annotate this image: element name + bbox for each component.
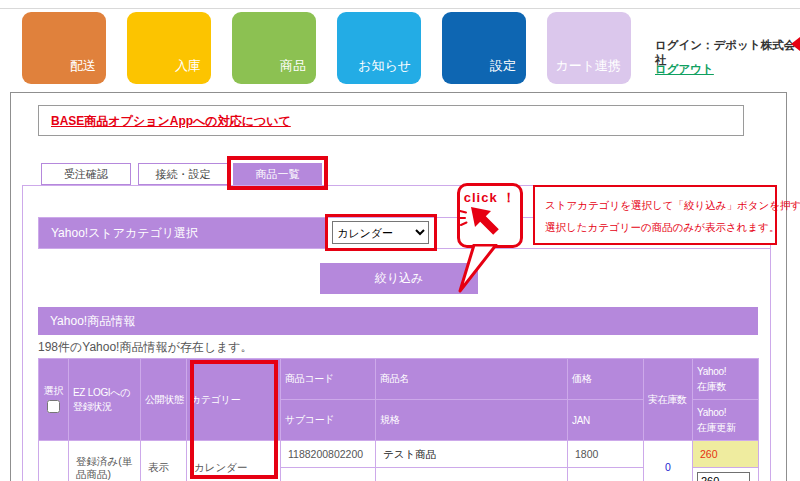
header-divider [0, 8, 800, 9]
yahoo-stock-update-input[interactable] [697, 472, 750, 481]
products-count-text: 198件のYahoo!商品情報が存在します。 [38, 339, 253, 356]
header-ez-logi: EZ LOGIへの登録状況 [69, 359, 141, 441]
select-all-checkbox[interactable] [47, 400, 60, 413]
nav-tile-nyuko[interactable]: 入庫 [127, 12, 211, 84]
logout-link[interactable]: ログアウト [655, 62, 714, 77]
category-filter-label: Yahoo!ストアカテゴリ選択 [39, 218, 326, 248]
nav-tile-shouhin[interactable]: 商品 [232, 12, 316, 84]
instruction-line-2: 選択したカテゴリーの商品のみが表示されます。 [545, 216, 765, 238]
header-yahoo-update: Yahoo! 在庫更新 [693, 400, 759, 441]
instruction-note-box: ストアカテゴリを選択して「絞り込み」ボタンを押すと 選択したカテゴリーの商品のみ… [533, 185, 777, 245]
header-product-name: 商品名 [376, 359, 568, 400]
nav-tile-oshirase[interactable]: お知らせ [337, 12, 421, 84]
cursor-arrow-icon [458, 199, 502, 245]
instruction-line-1: ストアカテゴリを選択して「絞り込み」ボタンを押すと [545, 194, 765, 216]
tab-highlight-box [227, 156, 328, 190]
cell-yahoo-stock: 260 [693, 441, 759, 468]
header-yahoo-stock: Yahoo! 在庫数 [693, 359, 759, 400]
table-row: 登録済み(単品商品) 表示 カレンダー 1188200802200 テスト商品 … [39, 441, 759, 468]
cell-sub-code: - [281, 468, 376, 481]
nav-tile-cart-renkei[interactable]: カート連携 [547, 12, 631, 84]
header-real-stock: 実在庫数 [644, 359, 693, 441]
cell-yahoo-update [693, 468, 759, 481]
header-price: 価格 [568, 359, 644, 400]
cell-registration: 登録済み(単品商品) [69, 441, 141, 481]
notice-box: BASE商品オプションAppへの対応について [38, 105, 744, 136]
nav-tile-settei[interactable]: 設定 [442, 12, 526, 84]
main-nav: 配送 入庫 商品 お知らせ 設定 カート連携 [22, 12, 631, 84]
base-option-notice-link[interactable]: BASE商品オプションAppへの対応について [51, 113, 291, 130]
cell-price: 1800 [568, 441, 644, 468]
table-header-row-1: 選択 EZ LOGIへの登録状況 公開状態 カテゴリー 商品コード 商品名 価格… [39, 359, 759, 400]
cell-publish: 表示 [141, 441, 187, 481]
header-product-code: 商品コード [281, 359, 376, 400]
products-section-title: Yahoo!商品情報 [38, 307, 758, 335]
tab-connect-config[interactable]: 接続・設定 [138, 163, 228, 185]
category-column-highlight-box [190, 360, 278, 479]
header-spec: 規格 [376, 400, 568, 441]
nav-tile-haisou[interactable]: 配送 [22, 12, 106, 84]
header-select: 選択 [39, 359, 69, 441]
select-highlight-box [325, 214, 437, 251]
cell-select [39, 441, 69, 481]
cell-spec: - [376, 468, 568, 481]
header-select-label: 選択 [43, 384, 64, 398]
cell-product-code: 1188200802200 [281, 441, 376, 468]
header-jan: JAN [568, 400, 644, 441]
cell-product-name: テスト商品 [376, 441, 568, 468]
edge-arrow-icon [791, 37, 800, 51]
real-stock-link[interactable]: 0 [665, 461, 671, 473]
tab-order-check[interactable]: 受注確認 [41, 163, 131, 185]
cell-jan: - [568, 468, 644, 481]
cell-real-stock: 0 [644, 441, 693, 481]
header-publish-state: 公開状態 [141, 359, 187, 441]
products-table: 選択 EZ LOGIへの登録状況 公開状態 カテゴリー 商品コード 商品名 価格… [38, 358, 759, 481]
header-sub-code: サブコード [281, 400, 376, 441]
callout-tail [450, 244, 502, 296]
